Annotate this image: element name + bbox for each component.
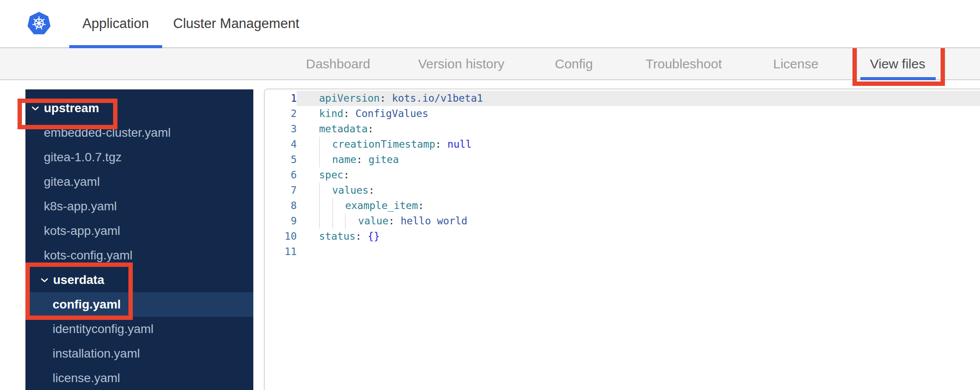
token-key: example_item bbox=[345, 198, 418, 213]
code-line: 8example_item: bbox=[265, 198, 980, 213]
code-text bbox=[297, 244, 980, 259]
sidebar-item-gitea-1-0-7-tgz[interactable]: gitea-1.0.7.tgz bbox=[25, 145, 253, 170]
code-text: name: gitea bbox=[297, 152, 980, 167]
nav-tab-dashboard[interactable]: Dashboard bbox=[306, 48, 370, 79]
indent-guide bbox=[345, 213, 358, 229]
token-punct: : bbox=[355, 229, 362, 244]
code-text: values: bbox=[297, 183, 980, 198]
token-punct: : bbox=[388, 213, 394, 229]
sidebar-item-gitea-yaml[interactable]: gitea.yaml bbox=[25, 170, 253, 194]
file-label: embedded-cluster.yaml bbox=[44, 126, 170, 140]
code-line: 10status: {} bbox=[265, 229, 980, 244]
nav-tab-license[interactable]: License bbox=[773, 48, 818, 79]
folder-label: upstream bbox=[44, 101, 99, 115]
code-text: spec: bbox=[297, 167, 980, 183]
code-line: 6spec: bbox=[265, 167, 980, 183]
code-line: 11 bbox=[265, 244, 980, 259]
token-punct: : bbox=[380, 91, 386, 106]
token-val: kots.io/v1beta1 bbox=[386, 91, 483, 106]
line-number: 1 bbox=[265, 91, 297, 106]
token-punct: : bbox=[356, 152, 362, 167]
file-label: gitea.yaml bbox=[44, 175, 100, 189]
code-text: metadata: bbox=[297, 121, 980, 137]
token-kw: {} bbox=[368, 229, 380, 244]
sidebar-item-identityconfig-yaml[interactable]: identityconfig.yaml bbox=[25, 317, 253, 341]
token-punct: : bbox=[343, 167, 349, 183]
sidebar-item-userdata[interactable]: userdata bbox=[25, 268, 253, 292]
sidebar-item-kots-config-yaml[interactable]: kots-config.yaml bbox=[25, 243, 253, 268]
header-tab-application[interactable]: Application bbox=[82, 0, 149, 47]
file-label: license.yaml bbox=[53, 371, 120, 385]
token-key: spec bbox=[319, 167, 343, 183]
sidebar-item-upstream[interactable]: upstream bbox=[25, 96, 253, 121]
header-tab-cluster-management[interactable]: Cluster Management bbox=[173, 0, 299, 47]
nav-tab-label: Troubleshoot bbox=[646, 57, 722, 71]
active-tab-underline bbox=[860, 77, 936, 80]
line-number: 3 bbox=[265, 121, 297, 137]
file-label: kots-config.yaml bbox=[44, 248, 132, 262]
token-key: apiVersion bbox=[319, 91, 380, 106]
line-number: 8 bbox=[265, 198, 297, 213]
token-punct bbox=[441, 137, 447, 152]
file-label: identityconfig.yaml bbox=[53, 322, 153, 336]
token-punct: : bbox=[435, 137, 441, 152]
file-content-viewer[interactable]: 1apiVersion: kots.io/v1beta12kind: Confi… bbox=[264, 89, 980, 390]
code-text: example_item: bbox=[297, 198, 980, 213]
sidebar-item-config-yaml[interactable]: config.yaml bbox=[25, 292, 253, 317]
line-number: 10 bbox=[265, 229, 297, 244]
code-line: 7values: bbox=[265, 183, 980, 198]
code-line: 1apiVersion: kots.io/v1beta1 bbox=[265, 91, 980, 106]
chevron-down-icon[interactable] bbox=[41, 278, 48, 283]
token-key: creationTimestamp bbox=[332, 137, 435, 152]
token-key: name bbox=[332, 152, 356, 167]
nav-tab-label: View files bbox=[870, 57, 925, 71]
file-tree-sidebar: upstreamembedded-cluster.yamlgitea-1.0.7… bbox=[25, 89, 253, 390]
token-punct: : bbox=[369, 183, 375, 198]
code-line: 3metadata: bbox=[265, 121, 980, 137]
file-label: gitea-1.0.7.tgz bbox=[44, 150, 121, 164]
sidebar-item-k8s-app-yaml[interactable]: k8s-app.yaml bbox=[25, 194, 253, 219]
indent-guide bbox=[319, 137, 332, 152]
folder-label: userdata bbox=[53, 273, 104, 287]
indent-guide bbox=[319, 183, 332, 198]
line-number: 11 bbox=[265, 244, 297, 259]
token-punct: : bbox=[418, 198, 424, 213]
code-text: creationTimestamp: null bbox=[297, 137, 980, 152]
code-line: 9value: hello world bbox=[265, 213, 980, 229]
token-key: value bbox=[358, 213, 388, 229]
sidebar-item-license-yaml[interactable]: license.yaml bbox=[25, 366, 253, 390]
token-kw: null bbox=[447, 137, 472, 152]
token-key: gitea bbox=[362, 152, 399, 167]
sidebar-item-installation-yaml[interactable]: installation.yaml bbox=[25, 341, 253, 366]
sidebar-item-embedded-cluster-yaml[interactable]: embedded-cluster.yaml bbox=[25, 121, 253, 145]
nav-tab-version-history[interactable]: Version history bbox=[418, 48, 504, 79]
token-punct bbox=[362, 229, 368, 244]
chevron-down-icon[interactable] bbox=[32, 106, 39, 111]
token-val: ConfigValues bbox=[349, 106, 428, 121]
token-punct: : bbox=[368, 121, 374, 137]
indent-guide bbox=[319, 198, 332, 213]
token-key: values bbox=[332, 183, 369, 198]
nav-tab-label: Version history bbox=[418, 57, 504, 71]
kubernetes-logo-icon bbox=[27, 11, 51, 36]
indent-guide bbox=[319, 152, 332, 167]
line-number: 7 bbox=[265, 183, 297, 198]
nav-tab-troubleshoot[interactable]: Troubleshoot bbox=[646, 48, 722, 79]
indent-guide bbox=[332, 198, 345, 213]
code-text: value: hello world bbox=[297, 213, 980, 229]
code-line: 2kind: ConfigValues bbox=[265, 106, 980, 121]
line-number: 9 bbox=[265, 213, 297, 229]
nav-tab-config[interactable]: Config bbox=[555, 48, 593, 79]
token-val: hello world bbox=[394, 213, 467, 229]
code-line: 5name: gitea bbox=[265, 152, 980, 167]
nav-tab-label: Dashboard bbox=[306, 57, 370, 71]
indent-guide bbox=[332, 213, 345, 229]
file-label: kots-app.yaml bbox=[44, 224, 120, 238]
app-header: ApplicationCluster Management bbox=[0, 0, 980, 48]
line-number: 4 bbox=[265, 137, 297, 152]
nav-tab-label: Config bbox=[555, 57, 593, 71]
sidebar-item-kots-app-yaml[interactable]: kots-app.yaml bbox=[25, 219, 253, 243]
token-key: status bbox=[319, 229, 355, 244]
app-subnav: DashboardVersion historyConfigTroublesho… bbox=[0, 48, 980, 80]
nav-tab-view-files[interactable]: View files bbox=[870, 48, 925, 79]
